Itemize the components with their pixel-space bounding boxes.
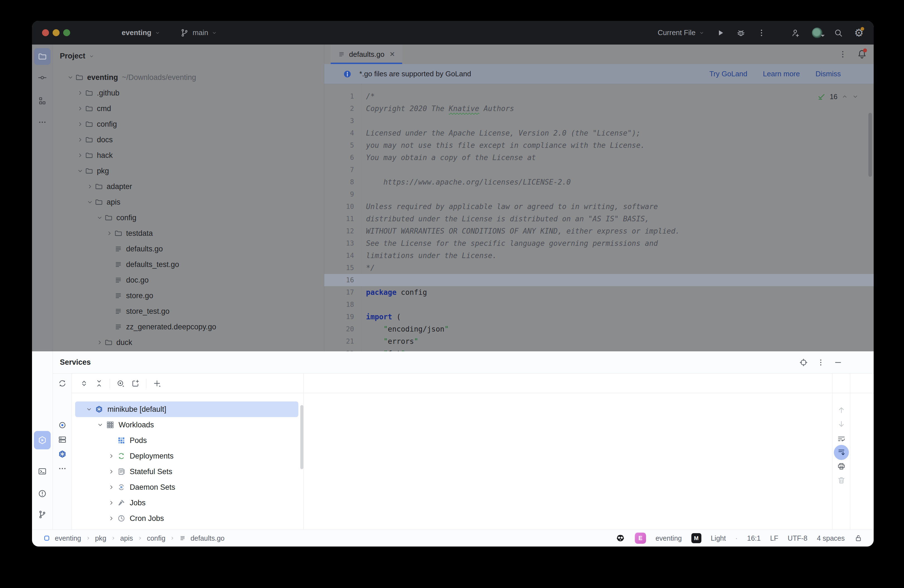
tree-chevron[interactable] (95, 338, 104, 347)
tree-chevron[interactable] (104, 229, 114, 237)
more-services-icon[interactable] (58, 464, 67, 473)
code-line[interactable]: 9 (324, 188, 874, 201)
next-problem-button[interactable] (852, 93, 859, 100)
close-tab-icon[interactable]: ✕ (389, 51, 395, 58)
branch-selector[interactable]: main (180, 28, 217, 38)
project-tree-item[interactable]: apis (53, 194, 324, 210)
tree-chevron[interactable] (106, 514, 117, 523)
search-everywhere-button[interactable] (834, 28, 843, 38)
run-dashboard-icon[interactable] (58, 420, 67, 430)
breadcrumb-item[interactable]: eventing (55, 534, 81, 542)
project-selector[interactable]: eventing (122, 28, 160, 37)
add-service-button[interactable] (153, 379, 161, 388)
sidebar-item-problems[interactable] (34, 485, 51, 502)
avatar[interactable] (812, 28, 822, 38)
scroll-to-end-button[interactable] (834, 445, 849, 460)
tree-chevron[interactable] (85, 198, 95, 206)
dismiss-link[interactable]: Dismiss (815, 70, 841, 78)
refresh-icon[interactable] (58, 379, 67, 388)
open-in-new-tab-button[interactable] (131, 379, 140, 388)
tree-chevron[interactable] (65, 73, 75, 82)
code-line[interactable]: 19import ( (324, 311, 874, 323)
project-tree-item[interactable]: cmd (53, 101, 324, 116)
tab-defaults-go[interactable]: defaults.go ✕ (331, 44, 402, 64)
print-icon[interactable] (837, 462, 846, 471)
project-tree-item[interactable]: pkg (53, 163, 324, 179)
breadcrumb-item[interactable]: config (147, 534, 166, 542)
project-tree-item[interactable]: docs (53, 132, 324, 147)
code-line[interactable]: 18 (324, 299, 874, 311)
tree-chevron[interactable] (75, 89, 85, 97)
code-line[interactable]: 22 "fmt" (324, 348, 874, 351)
tree-chevron[interactable] (106, 499, 117, 507)
code-line[interactable]: 2Copyright 2020 The Knative Authors (324, 103, 874, 115)
code-line[interactable]: 5you may not use this file except in com… (324, 139, 874, 152)
services-tree-item[interactable]: Pods (72, 433, 303, 448)
tree-chevron[interactable] (75, 104, 85, 113)
code-line[interactable]: 8 https://www.apache.org/licenses/LICENS… (324, 176, 874, 188)
scroll-up-icon[interactable] (837, 406, 846, 414)
code-line-current[interactable]: 16 (324, 274, 874, 286)
code-line[interactable]: 1/* (324, 90, 874, 103)
ide-badge[interactable]: M (691, 533, 702, 543)
lock-icon[interactable] (854, 534, 863, 542)
services-tree-item[interactable]: minikube [default] (72, 401, 303, 417)
breadcrumb-item[interactable]: defaults.go (190, 534, 224, 542)
code-line[interactable]: 13See the License for the specific langu… (324, 237, 874, 250)
tree-chevron[interactable] (95, 213, 104, 222)
project-tree-item[interactable]: store_test.go (53, 303, 324, 319)
project-tree-item[interactable]: defaults.go (53, 241, 324, 257)
soft-wrap-icon[interactable] (837, 435, 846, 444)
view-mode-button[interactable] (116, 379, 125, 388)
close-window-button[interactable] (42, 29, 49, 36)
code-with-me-button[interactable] (791, 28, 801, 38)
tree-chevron[interactable] (95, 420, 106, 429)
code-line[interactable]: 11distributed under the License is distr… (324, 213, 874, 225)
hide-panel-button[interactable] (834, 358, 842, 367)
services-tree-item[interactable]: Jobs (72, 495, 303, 511)
breadcrumb-item[interactable]: pkg (95, 534, 106, 542)
code-line[interactable]: 7 (324, 164, 874, 176)
tree-chevron[interactable] (106, 483, 117, 492)
sidebar-item-more-tools[interactable] (34, 114, 51, 131)
code-line[interactable]: 17package config (324, 286, 874, 299)
tree-chevron[interactable] (85, 182, 95, 191)
tab-options-button[interactable] (838, 49, 847, 59)
file-encoding[interactable]: UTF-8 (788, 534, 808, 542)
caret-position[interactable]: 16:1 (747, 534, 761, 542)
code-line[interactable]: 21 "errors" (324, 335, 874, 348)
run-button[interactable] (716, 28, 725, 38)
code-line[interactable]: 14limitations under the License. (324, 250, 874, 262)
sidebar-item-services[interactable] (34, 431, 51, 449)
project-tree-item[interactable]: config (53, 210, 324, 226)
tree-chevron[interactable] (84, 405, 95, 413)
services-tree-item[interactable]: Stateful Sets (72, 464, 303, 479)
copilot-icon[interactable] (615, 533, 626, 543)
project-tree-item[interactable]: defaults_test.go (53, 257, 324, 272)
indent-style[interactable]: 4 spaces (817, 534, 845, 542)
code-line[interactable]: 12WITHOUT WARRANTIES OR CONDITIONS OF AN… (324, 225, 874, 237)
code-line[interactable]: 4Licensed under the Apache License, Vers… (324, 127, 874, 139)
status-project-name[interactable]: eventing (656, 534, 682, 542)
more-actions-button[interactable] (757, 28, 766, 38)
previous-problem-button[interactable] (841, 93, 848, 100)
tree-chevron[interactable] (75, 136, 85, 144)
sidebar-item-terminal[interactable] (34, 463, 51, 480)
project-tree-item[interactable]: duck (53, 335, 324, 350)
project-tree-item[interactable]: eventing~/Downloads/eventing (53, 70, 324, 85)
status-theme[interactable]: Light (711, 534, 726, 542)
tree-chevron[interactable] (106, 452, 117, 460)
services-tree-item[interactable]: Cron Jobs (72, 511, 303, 526)
editor-scrollbar[interactable] (868, 113, 872, 177)
line-separator[interactable]: LF (770, 534, 778, 542)
project-tree-item[interactable]: adapter (53, 179, 324, 194)
tree-chevron[interactable] (75, 151, 85, 160)
tree-chevron[interactable] (106, 468, 117, 476)
project-tree-item[interactable]: store.go (53, 288, 324, 303)
project-tree-item[interactable]: .github (53, 85, 324, 101)
code-line[interactable]: 3 (324, 115, 874, 127)
inspections-widget[interactable]: 16 (817, 92, 859, 101)
project-tree-item[interactable]: config (53, 116, 324, 132)
sidebar-item-project[interactable] (34, 48, 51, 65)
run-configuration-selector[interactable]: Current File (658, 28, 705, 37)
